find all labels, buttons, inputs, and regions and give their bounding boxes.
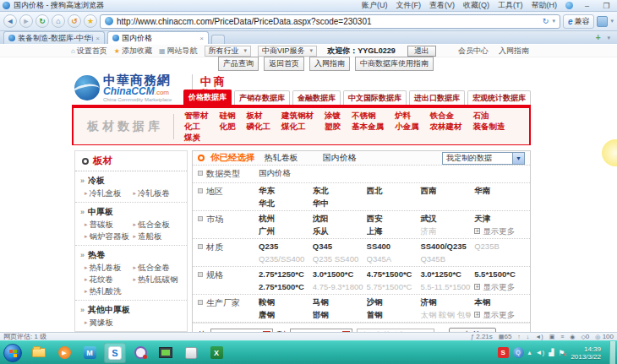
banner-link[interactable]: 涂镀	[325, 110, 341, 121]
extension-icon[interactable]	[597, 16, 608, 27]
taskbar-clock[interactable]: 14:39 2013/3/22	[571, 345, 601, 361]
menubar-item[interactable]: 查看(V)	[429, 0, 455, 11]
up-arrow-icon[interactable]: ↑	[517, 334, 521, 340]
sidebar-item[interactable]: ▸热轧卷板	[85, 262, 134, 274]
banner-link[interactable]: 煤炭	[184, 132, 209, 143]
option-link[interactable]: Q235/SS400	[259, 254, 309, 263]
show-more-link[interactable]: +显示更多	[474, 282, 525, 291]
refresh-button[interactable]: ↻	[35, 14, 49, 28]
browser-tab[interactable]: 装备制造-数据库-中华商...×	[3, 31, 105, 44]
banner-link[interactable]: 管带材	[184, 110, 209, 121]
home-button[interactable]: ⌂	[52, 14, 65, 28]
database-nav-tab[interactable]: 金融数据库	[292, 90, 341, 105]
option-link[interactable]: 首钢	[367, 310, 418, 319]
banner-link[interactable]: 化肥	[220, 121, 236, 132]
banner-link[interactable]: 塑胶	[325, 121, 341, 132]
menubar-item[interactable]: 工具(T)	[498, 0, 523, 11]
database-nav-tab[interactable]: 进出口数据库	[409, 90, 465, 105]
sidebar-item[interactable]: ▸冷轧板卷	[134, 187, 183, 199]
option-link[interactable]: 华东	[259, 186, 309, 195]
show-hidden-icons[interactable]: ▴	[528, 349, 532, 356]
option-link[interactable]: Q345A	[367, 254, 418, 263]
tab-list-icon[interactable]: ▾	[607, 35, 610, 41]
option-link[interactable]: 济南	[420, 226, 471, 236]
sidebar-group-title[interactable]: »热卷	[80, 247, 182, 262]
sidebar-item[interactable]: ▸花纹卷	[85, 274, 134, 285]
option-link[interactable]: 4.75-9.3*1800*C	[313, 282, 363, 291]
url-text[interactable]: http://www.chinaccm.com/PriceData/PriceD…	[117, 17, 539, 26]
toolbar-dropdown-icon[interactable]: ▾	[610, 18, 614, 24]
down-arrow-icon[interactable]: ↓	[527, 334, 530, 340]
close-tab-icon[interactable]: ×	[199, 35, 204, 42]
maxthon-browser-icon[interactable]: M	[79, 343, 101, 363]
option-link[interactable]: 西安	[367, 214, 418, 223]
set-home-link[interactable]: ⌂设置首页	[71, 46, 107, 57]
sidebar-item[interactable]: ▸低合金卷	[134, 262, 183, 274]
vip-dropdown[interactable]: 中商VIP服务▾	[258, 46, 317, 57]
option-link[interactable]: 华中	[313, 198, 363, 208]
option-link[interactable]: 3.0*1250*C	[420, 269, 471, 279]
option-link[interactable]: 西南	[420, 186, 471, 195]
banner-link[interactable]: 不锈钢	[352, 110, 384, 121]
explorer-icon[interactable]	[28, 343, 50, 363]
industry-dropdown[interactable]: 所有行业▾	[205, 46, 252, 57]
menubar-item[interactable]: 账户(U)	[362, 0, 388, 11]
restore-tab-icon[interactable]: +	[596, 33, 601, 42]
close-tab-icon[interactable]: ×	[96, 35, 100, 42]
option-link[interactable]: 唐钢	[259, 310, 309, 319]
option-link[interactable]: Q235 SS400	[313, 254, 363, 263]
favorites-button[interactable]: ★	[84, 14, 97, 28]
option-link[interactable]: 武汉	[420, 214, 471, 223]
notepad-app-icon[interactable]	[180, 343, 202, 363]
banner-link[interactable]: 农林建材	[430, 121, 462, 132]
banner-link[interactable]: 煤化工	[281, 121, 314, 132]
skin-icon[interactable]	[565, 2, 573, 9]
sidebar-item[interactable]: ▸普碳板	[85, 219, 134, 231]
restore-button[interactable]: ❐	[601, 2, 612, 10]
banner-link[interactable]: 铁合金	[430, 110, 462, 121]
option-link[interactable]: 本钢	[474, 297, 525, 307]
chinaccm-logo-globe[interactable]	[74, 75, 100, 101]
sidebar-item[interactable]: ▸热轧酸洗	[85, 285, 134, 297]
banner-link[interactable]: 基本金属	[352, 121, 384, 132]
option-link[interactable]: 太钢 鞍钢 包钢	[420, 310, 471, 319]
sidebar-item[interactable]: ▸翼缘板	[85, 317, 134, 329]
chinaccm-logo-text[interactable]: 中華商務網 ChinaCCM .com China Commodity Mark…	[103, 73, 184, 102]
option-link[interactable]: 西北	[367, 186, 418, 195]
sogou-input-icon[interactable]: S	[498, 347, 509, 358]
logout-button[interactable]: 退出	[407, 46, 436, 57]
compat-mode-button[interactable]: e 兼容	[563, 14, 595, 29]
qq-icon[interactable]: Q	[513, 347, 524, 358]
forward-button[interactable]: ►	[19, 14, 33, 28]
option-link[interactable]: 沙钢	[367, 297, 418, 307]
quick-button[interactable]: 产品查询	[218, 57, 259, 71]
menubar-item[interactable]: 文件(F)	[396, 0, 422, 11]
option-link[interactable]: 马钢	[313, 297, 363, 307]
option-link[interactable]: Q235B	[474, 242, 525, 251]
sogou-browser-icon[interactable]: S	[104, 343, 126, 363]
show-more-link[interactable]: +显示更多	[474, 226, 525, 236]
option-link[interactable]: 5.75*1500*C	[367, 282, 418, 291]
menubar-item[interactable]: 帮助(H)	[532, 0, 558, 11]
task-list-icon[interactable]: ≡	[560, 334, 564, 340]
gauge-app-icon[interactable]	[129, 343, 151, 363]
sidebar-item[interactable]: ▸低合金板	[134, 219, 183, 231]
option-link[interactable]: Q345B	[420, 254, 471, 263]
option-link[interactable]: 济钢	[420, 297, 471, 307]
network-icon[interactable]: ▟	[549, 349, 554, 356]
option-link[interactable]: 杭州	[259, 214, 309, 223]
sidebar-item[interactable]: ▸锅炉容器板	[85, 231, 134, 242]
banner-link[interactable]: 炉料	[395, 110, 419, 121]
browser-tab[interactable]: 国内价格×	[107, 31, 209, 44]
quick-button[interactable]: 入网指南	[309, 57, 350, 71]
start-button[interactable]	[3, 344, 22, 362]
site-nav-link[interactable]: ▦网站导航	[159, 46, 198, 57]
address-input[interactable]: http://www.chinaccm.com/PriceData/PriceD…	[100, 14, 560, 29]
database-nav-tab[interactable]: 中文国际数据库	[343, 90, 407, 105]
new-tab-button[interactable]	[211, 35, 225, 44]
option-link[interactable]: 国内价格	[259, 168, 309, 180]
sidebar-item[interactable]: ▸热轧低碳钢	[134, 274, 183, 285]
quick-button[interactable]: 中商数据库使用指南	[355, 57, 434, 71]
option-link[interactable]: Q345	[313, 242, 363, 251]
option-link[interactable]: 华北	[259, 198, 309, 208]
